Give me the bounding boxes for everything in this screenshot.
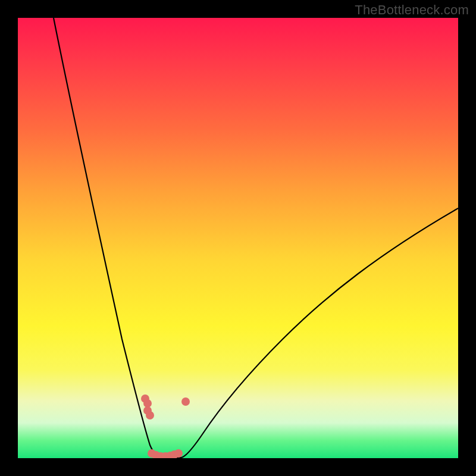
right-curve xyxy=(181,208,458,458)
watermark-text: TheBottleneck.com xyxy=(355,2,469,18)
svg-point-3 xyxy=(146,411,154,419)
chart-frame: TheBottleneck.com xyxy=(0,0,476,476)
bottom-dots xyxy=(148,449,183,458)
chart-curves xyxy=(18,18,458,458)
svg-point-10 xyxy=(174,449,183,458)
svg-point-1 xyxy=(143,399,152,408)
left-curve xyxy=(54,18,161,458)
right-dot xyxy=(181,397,190,406)
svg-point-11 xyxy=(181,397,190,406)
left-dots xyxy=(141,394,154,419)
